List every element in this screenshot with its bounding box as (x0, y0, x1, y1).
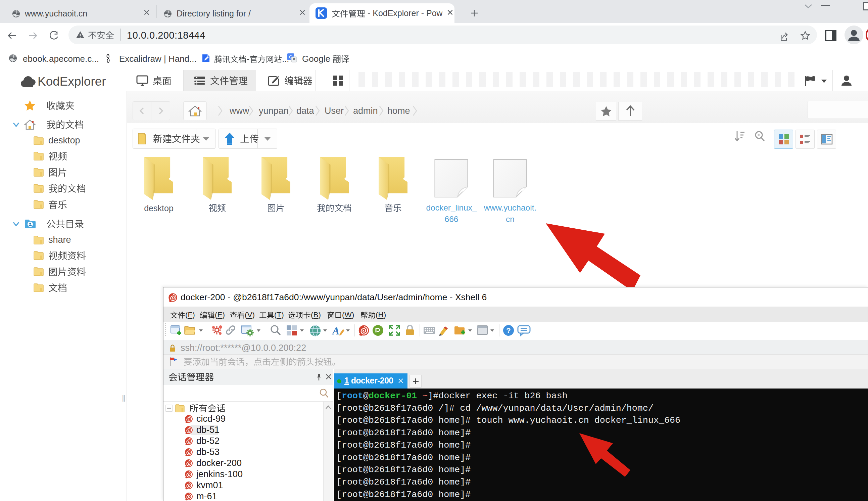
svg-text:A: A (332, 325, 339, 337)
svg-text:?: ? (506, 327, 511, 335)
